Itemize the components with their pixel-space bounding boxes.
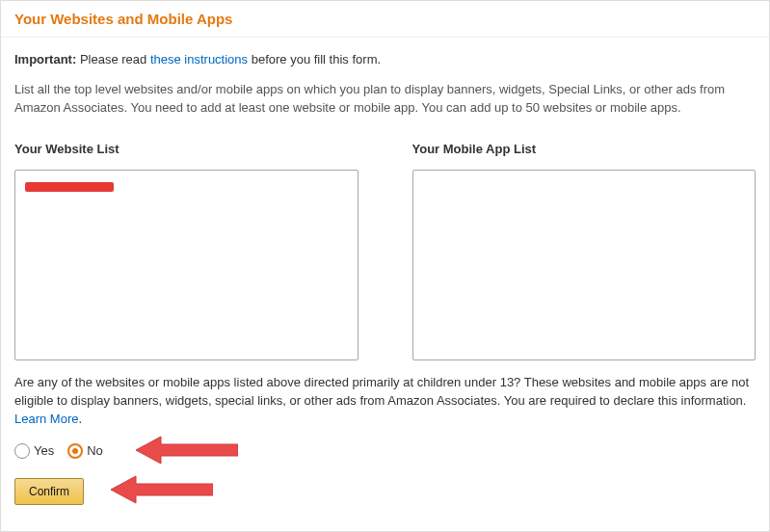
intro-text: List all the top level websites and/or m… [14, 81, 756, 118]
coppa-question: Are any of the websites or mobile apps l… [14, 374, 756, 429]
arrow-annotation-icon [132, 433, 238, 467]
important-pre: Please read [80, 52, 150, 66]
radio-no-dot [72, 448, 78, 454]
arrow-annotation-icon [107, 472, 213, 507]
page-title: Your Websites and Mobile Apps [14, 11, 756, 27]
radio-yes-label: Yes [34, 442, 54, 461]
radio-no-label: No [87, 442, 103, 461]
important-post: before you fill this form. [248, 52, 381, 66]
radio-yes-circle [14, 443, 30, 459]
question-post: . [78, 412, 82, 426]
panel-header: Your Websites and Mobile Apps [1, 1, 769, 38]
form-panel: Your Websites and Mobile Apps Important:… [0, 0, 770, 532]
radio-no[interactable]: No [67, 442, 103, 461]
radio-yes[interactable]: Yes [14, 442, 54, 461]
website-list-col: Your Website List [14, 141, 358, 361]
learn-more-link[interactable]: Learn More [14, 412, 78, 426]
website-item-redacted [25, 182, 114, 192]
instructions-link[interactable]: these instructions [150, 52, 248, 66]
website-list-box[interactable] [14, 170, 358, 360]
mobile-list-label: Your Mobile App List [412, 141, 757, 159]
mobile-list-box[interactable] [412, 170, 757, 360]
mobile-list-col: Your Mobile App List [412, 141, 757, 361]
website-list-label: Your Website List [14, 141, 358, 159]
important-label: Important: [14, 52, 76, 66]
radio-no-circle [67, 443, 83, 459]
question-text: Are any of the websites or mobile apps l… [14, 375, 749, 408]
lists-row: Your Website List Your Mobile App List [14, 141, 756, 361]
important-line: Important: Please read these instruction… [14, 51, 756, 69]
radio-row: Yes No [14, 442, 756, 461]
confirm-button[interactable]: Confirm [14, 478, 84, 505]
panel-body: Important: Please read these instruction… [1, 38, 769, 524]
confirm-row: Confirm [14, 478, 756, 505]
